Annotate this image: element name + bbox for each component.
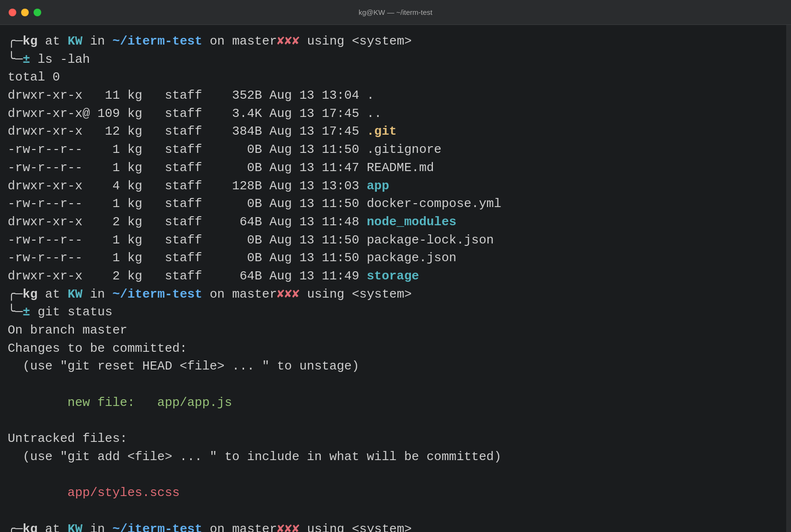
git-blank-2: [8, 412, 777, 430]
git-new-file: new file: app/app.js: [8, 394, 777, 412]
ls-pkg: -rw-r--r-- 1 kg staff 0B Aug 13 11:50 pa…: [8, 249, 777, 267]
window-title: kg@KW — ~/iterm-test: [359, 7, 432, 18]
window-controls[interactable]: [9, 9, 41, 16]
prompt-line-1: ╭─kg at KW in ~/iterm-test on master✘✘✘ …: [8, 33, 777, 51]
git-blank-3: [8, 466, 777, 485]
git-untracked-file: app/styles.scss: [8, 484, 777, 502]
cmd-ls: ╰─± ls -lah: [8, 51, 777, 69]
git-blank-1: [8, 376, 777, 394]
git-hint-unstage: (use "git reset HEAD <file> ... " to uns…: [8, 358, 777, 376]
prompt-line-3: ╭─kg at KW in ~/iterm-test on master✘✘✘ …: [8, 520, 777, 532]
close-button[interactable]: [9, 9, 16, 16]
title-bar: kg@KW — ~/iterm-test: [0, 0, 791, 25]
git-branch: On branch master: [8, 322, 777, 340]
ls-docker: -rw-r--r-- 1 kg staff 0B Aug 13 11:50 do…: [8, 195, 777, 213]
ls-pkglock: -rw-r--r-- 1 kg staff 0B Aug 13 11:50 pa…: [8, 231, 777, 250]
ls-node: drwxr-xr-x 2 kg staff 64B Aug 13 11:48 n…: [8, 213, 777, 231]
minimize-button[interactable]: [21, 9, 29, 16]
ls-app: drwxr-xr-x 4 kg staff 128B Aug 13 13:03 …: [8, 177, 777, 196]
ls-readme: -rw-r--r-- 1 kg staff 0B Aug 13 11:47 RE…: [8, 159, 777, 177]
scrollbar[interactable]: [786, 25, 791, 532]
ls-storage: drwxr-xr-x 2 kg staff 64B Aug 13 11:49 s…: [8, 267, 777, 286]
cmd-git-status: ╰─± git status: [8, 303, 777, 322]
ls-git: drwxr-xr-x 12 kg staff 384B Aug 13 17:45…: [8, 123, 777, 141]
prompt-line-2: ╭─kg at KW in ~/iterm-test on master✘✘✘ …: [8, 286, 777, 304]
ls-gitignore: -rw-r--r-- 1 kg staff 0B Aug 13 11:50 .g…: [8, 141, 777, 159]
git-hint-include: (use "git add <file> ... " to include in…: [8, 448, 777, 466]
terminal-content: ╭─kg at KW in ~/iterm-test on master✘✘✘ …: [0, 25, 791, 532]
ls-dot: drwxr-xr-x 11 kg staff 352B Aug 13 13:04…: [8, 87, 777, 105]
maximize-button[interactable]: [34, 9, 41, 16]
git-untracked-header: Untracked files:: [8, 430, 777, 448]
git-changes-header: Changes to be committed:: [8, 340, 777, 358]
ls-total: total 0: [8, 69, 777, 87]
git-blank-4: [8, 502, 777, 520]
ls-dotdot: drwxr-xr-x@ 109 kg staff 3.4K Aug 13 17:…: [8, 105, 777, 123]
